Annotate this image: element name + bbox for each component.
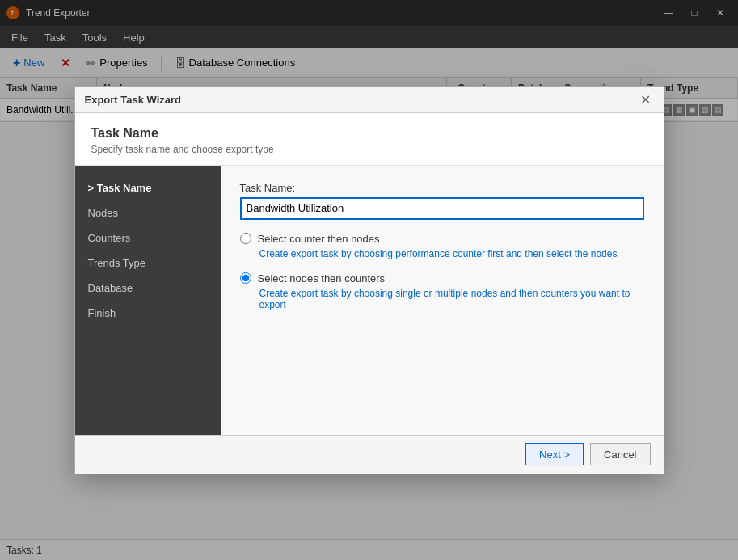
dialog-content: Task Name: Select counter then nodes Cre… — [221, 166, 664, 435]
dialog-header-title: Task Name — [91, 126, 647, 141]
sidebar-item-nodes[interactable]: Nodes — [75, 200, 221, 225]
sidebar-item-finish[interactable]: Finish — [75, 301, 221, 326]
radio-text-nodes-first: Select nodes then counters — [258, 272, 386, 284]
radio-desc-counter-first: Create export task by choosing performan… — [259, 248, 644, 259]
dialog-title: Export Task Wizard — [85, 94, 638, 106]
dialog-header: Task Name Specify task name and choose e… — [75, 113, 664, 166]
sidebar-item-counters[interactable]: Counters — [75, 225, 221, 251]
radio-group: Select counter then nodes Create export … — [240, 233, 644, 310]
main-window: T Trend Exporter — □ ✕ File Task Tools H… — [0, 0, 738, 560]
radio-label-counter-first[interactable]: Select counter then nodes — [240, 233, 644, 245]
next-button[interactable]: Next > — [525, 443, 584, 465]
task-name-input[interactable] — [240, 197, 644, 220]
task-name-form-group: Task Name: — [240, 182, 644, 220]
radio-input-counter-first[interactable] — [240, 233, 251, 244]
sidebar-item-trends-type[interactable]: Trends Type — [75, 251, 221, 276]
sidebar-item-task-name[interactable]: Task Name — [75, 175, 221, 200]
radio-option-nodes-first: Select nodes then counters Create export… — [240, 272, 644, 310]
radio-label-nodes-first[interactable]: Select nodes then counters — [240, 272, 644, 284]
export-task-dialog: Export Task Wizard ✕ Task Name Specify t… — [74, 86, 664, 474]
dialog-header-subtitle: Specify task name and choose export type — [91, 144, 647, 155]
dialog-title-bar: Export Task Wizard ✕ — [75, 87, 664, 113]
radio-input-nodes-first[interactable] — [240, 272, 251, 284]
dialog-footer: Next > Cancel — [75, 435, 664, 474]
modal-overlay: Export Task Wizard ✕ Task Name Specify t… — [0, 0, 738, 560]
dialog-close-button[interactable]: ✕ — [638, 91, 654, 107]
radio-text-counter-first: Select counter then nodes — [258, 233, 380, 245]
radio-desc-nodes-first: Create export task by choosing single or… — [259, 288, 644, 310]
radio-option-counter-first: Select counter then nodes Create export … — [240, 233, 644, 259]
dialog-body: Task Name Nodes Counters Trends Type Dat… — [75, 166, 664, 435]
task-name-label: Task Name: — [240, 182, 644, 194]
cancel-button[interactable]: Cancel — [590, 443, 650, 465]
dialog-sidebar: Task Name Nodes Counters Trends Type Dat… — [75, 166, 221, 435]
sidebar-item-database[interactable]: Database — [75, 276, 221, 301]
